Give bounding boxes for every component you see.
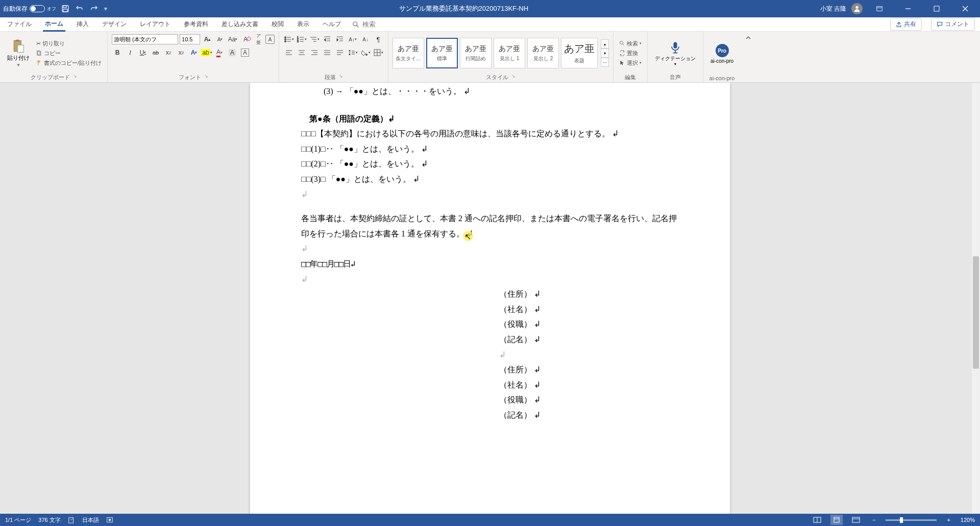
close-icon[interactable] xyxy=(953,0,977,17)
underline-button[interactable]: U▾ xyxy=(137,47,149,58)
zoom-slider[interactable] xyxy=(886,519,937,521)
doc-empty[interactable]: ↲ xyxy=(301,272,679,287)
zoom-out-button[interactable]: − xyxy=(869,517,878,523)
char-shading-button[interactable]: A xyxy=(227,47,238,58)
redo-icon[interactable] xyxy=(90,5,98,13)
clear-format-button[interactable]: A◇ xyxy=(240,34,251,45)
superscript-button[interactable]: x2 xyxy=(176,47,187,58)
style-item-4[interactable]: あア亜見出し 2 xyxy=(527,38,559,68)
doc-line[interactable]: □□(1)□‥ 「●●」とは、をいう。 ↲ xyxy=(301,141,679,157)
replace-button[interactable]: 置換 xyxy=(618,49,643,58)
decrease-indent-button[interactable] xyxy=(322,34,333,45)
increase-indent-button[interactable] xyxy=(334,34,346,45)
comment-button[interactable]: コメント xyxy=(931,18,975,31)
tab-home[interactable]: ホーム xyxy=(43,17,65,32)
subscript-button[interactable]: x2 xyxy=(163,47,174,58)
collapse-ribbon-button[interactable] xyxy=(741,32,756,82)
font-name-combo[interactable] xyxy=(112,34,178,44)
format-painter-button[interactable]: 書式のコピー/貼り付け xyxy=(35,59,103,67)
doc-empty[interactable]: ↲ xyxy=(301,187,679,202)
proofing-icon[interactable] xyxy=(68,516,75,523)
tab-file[interactable]: ファイル xyxy=(5,18,34,31)
shading-button[interactable]: ▾ xyxy=(360,47,371,58)
share-button[interactable]: 共有 xyxy=(890,18,922,31)
shrink-font-button[interactable]: A▾ xyxy=(214,34,226,45)
search-box[interactable] xyxy=(352,20,424,28)
dictate-button[interactable]: ディクテーション ▼ xyxy=(652,38,699,68)
tab-layout[interactable]: レイアウト xyxy=(138,18,173,31)
style-item-3[interactable]: あア亜見出し 1 xyxy=(494,38,525,68)
scrollbar-thumb[interactable] xyxy=(973,256,979,369)
doc-line[interactable]: （社名） ↲ xyxy=(301,377,679,393)
style-up-button[interactable]: ▴ xyxy=(601,39,609,49)
doc-line[interactable]: （役職） ↲ xyxy=(301,317,679,332)
change-case-button[interactable]: Aa▾ xyxy=(227,34,238,45)
show-marks-button[interactable]: ¶ xyxy=(373,34,384,45)
sort-button[interactable]: A↓ xyxy=(360,34,371,45)
auto-save[interactable]: 自動保存 オフ xyxy=(3,5,56,13)
doc-empty[interactable]: ↲ xyxy=(301,347,679,363)
user-avatar-icon[interactable] xyxy=(851,3,863,14)
tab-references[interactable]: 参考資料 xyxy=(182,18,210,31)
paste-button[interactable]: 貼り付け ▼ xyxy=(4,37,33,69)
doc-line[interactable]: （役職） ↲ xyxy=(301,392,679,408)
tab-design[interactable]: デザイン xyxy=(100,18,129,31)
cut-button[interactable]: ✂切り取り xyxy=(35,39,103,48)
doc-line[interactable]: （住所） ↲ xyxy=(301,286,679,302)
dialog-launcher-icon[interactable]: ↘ xyxy=(339,74,343,81)
style-more-button[interactable]: ⋯ xyxy=(601,58,609,67)
tab-review[interactable]: 校閲 xyxy=(270,18,286,31)
doc-empty[interactable]: ↲ xyxy=(301,241,679,256)
doc-line[interactable]: （住所） ↲ xyxy=(301,362,679,377)
doc-line[interactable]: □□(3)□ 「●●」とは、をいう。 ↲ xyxy=(301,172,679,187)
doc-line[interactable]: □□(2)□‥ 「●●」とは、をいう。 ↲ xyxy=(301,156,679,172)
page[interactable]: (3) → 「●●」とは、・・・・をいう。 ↲ 第●条（用語の定義）↲ □□□【… xyxy=(250,83,730,514)
multilevel-button[interactable]: ▾ xyxy=(309,34,320,45)
view-print-button[interactable] xyxy=(830,515,843,525)
doc-line[interactable]: □□年□□月□□日↲ xyxy=(301,256,679,272)
style-item-5[interactable]: あア亜表題 xyxy=(561,38,598,68)
doc-heading[interactable]: 第●条（用語の定義）↲ xyxy=(301,111,679,127)
ribbon-display-icon[interactable] xyxy=(868,0,891,17)
auto-save-toggle[interactable] xyxy=(30,5,45,12)
style-item-2[interactable]: あア亜行間詰め xyxy=(460,38,492,68)
save-icon[interactable] xyxy=(61,5,69,13)
align-center-button[interactable] xyxy=(296,47,307,58)
minimize-icon[interactable] xyxy=(896,0,920,17)
macro-icon[interactable] xyxy=(106,516,113,523)
select-button[interactable]: 選択▾ xyxy=(618,59,643,67)
zoom-level[interactable]: 120% xyxy=(961,517,975,523)
find-button[interactable]: 検索▾ xyxy=(618,39,643,48)
justify-button[interactable] xyxy=(322,47,333,58)
status-page[interactable]: 1/1 ページ xyxy=(5,516,31,524)
phonetic-guide-button[interactable]: ア亜 xyxy=(253,34,264,45)
bullets-button[interactable]: ▾ xyxy=(283,34,295,45)
font-color-button[interactable]: A▾ xyxy=(214,47,225,58)
bold-button[interactable]: B xyxy=(112,47,123,58)
document-area[interactable]: (3) → 「●●」とは、・・・・をいう。 ↲ 第●条（用語の定義）↲ □□□【… xyxy=(0,83,980,514)
style-item-1[interactable]: あア亜標準 xyxy=(426,38,458,68)
enclose-char-button[interactable]: A xyxy=(265,35,275,44)
tab-view[interactable]: 表示 xyxy=(295,18,311,31)
copy-button[interactable]: コピー xyxy=(35,49,103,58)
qat-more-icon[interactable]: ▾ xyxy=(104,5,107,12)
undo-icon[interactable] xyxy=(76,5,84,13)
dialog-launcher-icon[interactable]: ↘ xyxy=(511,74,516,81)
borders-button[interactable]: ▾ xyxy=(373,47,384,58)
doc-line[interactable]: (3) → 「●●」とは、・・・・をいう。 ↲ xyxy=(301,84,679,99)
char-border-button[interactable]: A xyxy=(239,47,251,58)
status-lang[interactable]: 日本語 xyxy=(82,516,99,524)
line-spacing-button[interactable]: ▾ xyxy=(347,47,358,58)
user-name[interactable]: 小室 吉隆 xyxy=(820,5,846,13)
maximize-icon[interactable] xyxy=(925,0,948,17)
numbering-button[interactable]: 123▾ xyxy=(296,34,307,45)
document-content[interactable]: (3) → 「●●」とは、・・・・をいう。 ↲ 第●条（用語の定義）↲ □□□【… xyxy=(301,83,679,422)
dialog-launcher-icon[interactable]: ↘ xyxy=(73,74,77,81)
search-input[interactable] xyxy=(362,20,424,28)
highlight-button[interactable]: ab▾ xyxy=(201,47,212,58)
distribute-button[interactable] xyxy=(334,47,346,58)
status-words[interactable]: 376 文字 xyxy=(38,516,60,524)
zoom-thumb[interactable] xyxy=(900,517,903,523)
doc-line[interactable]: （社名） ↲ xyxy=(301,302,679,317)
dialog-launcher-icon[interactable]: ↘ xyxy=(204,74,208,81)
